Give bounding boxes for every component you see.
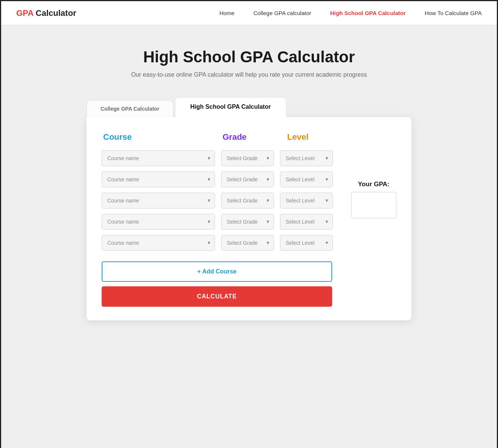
col-header-level: Level — [287, 132, 346, 142]
main-content: High School GPA Calculator Our easy-to-u… — [1, 25, 497, 448]
gpa-result-box — [351, 192, 396, 218]
table-row: Course nameEnglishMathScience ▼ Select G… — [102, 235, 340, 251]
header: GPA Calculator Home College GPA calculat… — [1, 1, 497, 25]
course-select-4[interactable]: Course nameEnglishMathScience — [102, 214, 215, 230]
logo-gpa: GPA — [16, 8, 33, 18]
table-row: Course name EnglishMathScienceHistory ▼ … — [102, 150, 340, 166]
level-wrap-2: Select LevelRegularHonorsAP/IB ▼ — [280, 171, 333, 187]
calculator-card: Course Grade Level Course name EnglishMa… — [87, 117, 411, 320]
level-wrap-1: Select LevelRegularHonorsAP/IB ▼ — [280, 150, 333, 166]
col-header-grade: Grade — [223, 132, 281, 142]
page-title: High School GPA Calculator — [16, 48, 482, 66]
nav-how-to[interactable]: How To Calculate GPA — [425, 10, 482, 16]
table-row: Course nameEnglishMathScience ▼ Select G… — [102, 214, 340, 230]
level-wrap-3: Select LevelRegularHonorsAP/IB ▼ — [280, 193, 333, 209]
course-wrap-2: Course nameEnglishMathScience ▼ — [102, 171, 215, 187]
course-select-2[interactable]: Course nameEnglishMathScience — [102, 171, 215, 187]
column-headers: Course Grade Level — [102, 132, 396, 142]
gpa-column: Your GPA: — [340, 150, 396, 218]
level-select-2[interactable]: Select LevelRegularHonorsAP/IB — [280, 171, 333, 187]
level-select-4[interactable]: Select LevelRegularHonorsAP/IB — [280, 214, 333, 230]
nav-highschool-gpa[interactable]: High School GPA Calculator — [330, 10, 406, 16]
course-select-1[interactable]: Course name EnglishMathScienceHistory — [102, 150, 215, 166]
tab-college-gpa[interactable]: College GPA Calculator — [87, 100, 173, 117]
level-select-3[interactable]: Select LevelRegularHonorsAP/IB — [280, 193, 333, 209]
grade-wrap-2: Select GradeA+AA- B+BB-C+C C-D+DF ▼ — [221, 171, 274, 187]
level-select-1[interactable]: Select LevelRegularHonorsAP/IB — [280, 150, 333, 166]
course-wrap-1: Course name EnglishMathScienceHistory ▼ — [102, 150, 215, 166]
nav-college-gpa[interactable]: College GPA calculator — [254, 10, 311, 16]
grade-wrap-4: Select GradeA+AA- B+BB-C+C C-D+DF ▼ — [221, 214, 274, 230]
tabs-wrapper: College GPA Calculator High School GPA C… — [87, 97, 411, 320]
course-select-5[interactable]: Course nameEnglishMathScience — [102, 235, 215, 251]
buttons-area: + Add Course CALCULATE — [102, 261, 332, 307]
nav-home[interactable]: Home — [220, 10, 235, 16]
grade-select-4[interactable]: Select GradeA+AA- B+BB-C+C C-D+DF — [221, 214, 274, 230]
grade-select-2[interactable]: Select GradeA+AA- B+BB-C+C C-D+DF — [221, 171, 274, 187]
add-course-button[interactable]: + Add Course — [102, 261, 332, 282]
main-nav: Home College GPA calculator High School … — [220, 10, 482, 16]
table-row: Course nameEnglishMathScience ▼ Select G… — [102, 193, 340, 209]
grade-select-5[interactable]: Select GradeA+AA- B+BB-C+C C-D+DF — [221, 235, 274, 251]
course-wrap-4: Course nameEnglishMathScience ▼ — [102, 214, 215, 230]
calculate-button[interactable]: CALCULATE — [102, 286, 332, 307]
logo: GPA Calculator — [16, 8, 76, 18]
tab-bar: College GPA Calculator High School GPA C… — [87, 97, 411, 117]
grade-select-1[interactable]: Select GradeA+AA- B+BB-C+C C-D+DF — [221, 150, 274, 166]
course-rows: Course name EnglishMathScienceHistory ▼ … — [102, 150, 340, 251]
course-wrap-5: Course nameEnglishMathScience ▼ — [102, 235, 215, 251]
rows-and-gpa: Course name EnglishMathScienceHistory ▼ … — [102, 150, 396, 251]
gpa-label: Your GPA: — [358, 181, 389, 188]
grade-wrap-5: Select GradeA+AA- B+BB-C+C C-D+DF ▼ — [221, 235, 274, 251]
logo-calc: Calculator — [33, 8, 76, 18]
grade-select-3[interactable]: Select GradeA+AA- B+BB-C+C C-D+DF — [221, 193, 274, 209]
page-subtitle: Our easy-to-use online GPA calculator wi… — [16, 71, 482, 78]
col-header-course: Course — [103, 132, 217, 142]
course-select-3[interactable]: Course nameEnglishMathScience — [102, 193, 215, 209]
tab-highschool-gpa[interactable]: High School GPA Calculator — [175, 97, 286, 117]
grade-wrap-1: Select GradeA+AA- B+BB-C+C C-D+DF ▼ — [221, 150, 274, 166]
level-wrap-5: Select LevelRegularHonorsAP/IB ▼ — [280, 235, 333, 251]
grade-wrap-3: Select GradeA+AA- B+BB-C+C C-D+DF ▼ — [221, 193, 274, 209]
level-wrap-4: Select LevelRegularHonorsAP/IB ▼ — [280, 214, 333, 230]
course-wrap-3: Course nameEnglishMathScience ▼ — [102, 193, 215, 209]
level-select-5[interactable]: Select LevelRegularHonorsAP/IB — [280, 235, 333, 251]
table-row: Course nameEnglishMathScience ▼ Select G… — [102, 171, 340, 187]
